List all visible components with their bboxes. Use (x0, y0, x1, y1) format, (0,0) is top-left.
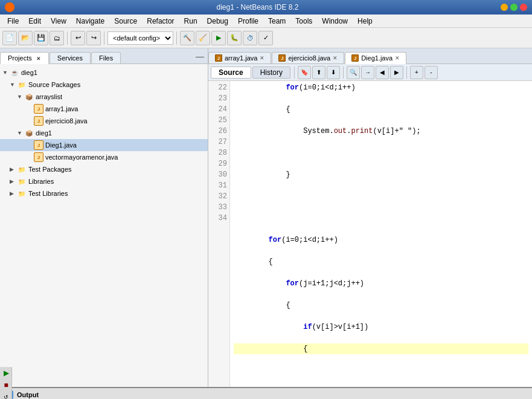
editor-source-toolbar: Source History 🔖 ⬆ ⬇ 🔍 → ◀ ▶ + - (208, 64, 532, 81)
toolbar-sep2 (104, 31, 104, 45)
java-icon: J (215, 54, 222, 62)
test-button[interactable]: ✓ (258, 31, 273, 45)
tree-label: Libraries (28, 178, 54, 185)
tree-item-test-libraries[interactable]: ▶ 📁 Test Libraries (0, 187, 208, 199)
expand-icon: ▶ (10, 178, 17, 184)
tree-label: Test Packages (28, 166, 72, 173)
expand-icon: ▼ (17, 130, 24, 136)
editor-tab-ejercicio8[interactable]: J ejercicio8.java ✕ (272, 52, 344, 63)
toggle-bookmark[interactable]: 🔖 (298, 66, 311, 79)
menu-help[interactable]: Help (353, 16, 377, 27)
tree-item-ejercicio8[interactable]: J ejercicio8.java (0, 115, 208, 127)
run-button[interactable]: ▶ (211, 31, 226, 45)
etb-sep1 (294, 66, 295, 79)
history-tab[interactable]: History (252, 66, 290, 79)
tab-close[interactable]: ✕ (333, 55, 338, 61)
toolbar-sep1 (67, 31, 68, 45)
tab-label: array1.java (225, 54, 257, 62)
tab-close[interactable]: ✕ (260, 55, 264, 61)
menu-navigate[interactable]: Navigate (71, 16, 109, 27)
expand-icon: ▼ (17, 94, 24, 100)
code-area: 22 23 24 25 26 27 28 29 30 31 32 33 34 f… (208, 81, 532, 387)
re-run-btn[interactable]: ↺ (1, 392, 11, 399)
collapse-folds[interactable]: - (425, 66, 438, 79)
search-button[interactable]: 🔍 (347, 66, 360, 79)
java-file-icon: J (34, 104, 43, 114)
menu-run[interactable]: Run (179, 16, 202, 27)
window-title: dieg1 - NetBeans IDE 8.2 (14, 3, 501, 11)
stop-action-btn[interactable]: ■ (1, 380, 11, 390)
expand-folds[interactable]: + (410, 66, 423, 79)
tree-item-source-packages[interactable]: ▼ 📁 Source Packages (0, 79, 208, 91)
close-left-panel[interactable]: — (192, 50, 208, 62)
project-tabs: Projects ✕ Services Files — (0, 48, 208, 64)
tree-item-dieg1-java[interactable]: J Dieg1.java (0, 139, 208, 151)
goto-button[interactable]: → (361, 66, 374, 79)
tree-item-libraries[interactable]: ▶ 📁 Libraries (0, 175, 208, 187)
java-icon: J (351, 54, 359, 62)
java-file-icon: J (34, 152, 43, 162)
tree-item-vectormayoramenor[interactable]: J vectormayoramenor.java (0, 151, 208, 163)
tab-services[interactable]: Services (50, 52, 91, 63)
menu-tools[interactable]: Tools (290, 16, 317, 27)
tree-label: arrayslist (36, 93, 62, 100)
build-button[interactable]: 🔨 (180, 31, 194, 45)
menu-team[interactable]: Team (263, 16, 290, 27)
left-panel: Projects ✕ Services Files — ▼ ☕ dieg1 ▼ … (0, 48, 208, 387)
config-select[interactable]: <default config> (107, 31, 173, 45)
tab-projects[interactable]: Projects ✕ (0, 52, 49, 64)
folder-icon: 📁 (17, 80, 27, 89)
expand-icon: ▶ (10, 166, 17, 172)
prev-bookmark[interactable]: ⬆ (312, 66, 325, 79)
nav-fwd[interactable]: ▶ (390, 66, 403, 79)
toolbar: 📄 📂 💾 🗂 ↩ ↪ <default config> 🔨 🧹 ▶ 🐛 ⏱ ✓ (0, 28, 532, 48)
tab-files[interactable]: Files (91, 52, 121, 63)
source-tab[interactable]: Source (211, 66, 251, 79)
profile-button[interactable]: ⏱ (243, 31, 257, 45)
menu-file[interactable]: File (2, 16, 24, 27)
save-button[interactable]: 💾 (34, 31, 48, 45)
package-icon: 📦 (24, 92, 34, 102)
maximize-button[interactable] (510, 4, 518, 11)
redo-button[interactable]: ↪ (86, 31, 101, 45)
menu-profile[interactable]: Profile (233, 16, 263, 27)
file-tree: ▼ ☕ dieg1 ▼ 📁 Source Packages ▼ 📦 arrays… (0, 64, 208, 387)
toolbar-sep3 (176, 31, 177, 45)
java-file-icon: J (34, 116, 43, 126)
menu-debug[interactable]: Debug (202, 16, 233, 27)
tree-item-arrayslist[interactable]: ▼ 📦 arrayslist (0, 91, 208, 103)
run-action-btn[interactable]: ▶ (1, 368, 11, 378)
debug-button[interactable]: 🐛 (227, 31, 242, 45)
close-button[interactable] (520, 4, 527, 11)
tree-item-dieg1-pkg[interactable]: ▼ 📦 dieg1 (0, 127, 208, 139)
menu-view[interactable]: View (46, 16, 71, 27)
menu-refactor[interactable]: Refactor (142, 16, 179, 27)
tree-item-array1[interactable]: J array1.java (0, 103, 208, 115)
menu-edit[interactable]: Edit (24, 16, 46, 27)
tree-item-dieg1-project[interactable]: ▼ ☕ dieg1 (0, 66, 208, 79)
open-project-button[interactable]: 📂 (18, 31, 33, 45)
menu-window[interactable]: Window (317, 16, 353, 27)
new-project-button[interactable]: 📄 (2, 31, 17, 45)
editor-tab-array1[interactable]: J array1.java ✕ (208, 52, 271, 63)
nav-back[interactable]: ◀ (376, 66, 389, 79)
java-icon: J (278, 54, 286, 62)
tree-label: ejercicio8.java (45, 117, 88, 125)
editor-tab-dieg1[interactable]: J Dieg1.java ✕ (345, 52, 406, 64)
undo-button[interactable]: ↩ (71, 31, 85, 45)
clean-button[interactable]: 🧹 (196, 31, 210, 45)
line-numbers: 22 23 24 25 26 27 28 29 30 31 32 33 34 (208, 81, 230, 387)
titlebar: dieg1 - NetBeans IDE 8.2 (0, 0, 532, 15)
save-all-button[interactable]: 🗂 (50, 31, 64, 45)
output-title: ▶ Output (0, 388, 532, 399)
output-area: ▶ Output ▶ ■ ↺ 📌 Debugger Console ✕ dieg… (0, 387, 532, 399)
code-editor[interactable]: for(i=0;i<d;i++) { System.out.print(v[i]… (230, 81, 532, 387)
tree-item-test-packages[interactable]: ▶ 📁 Test Packages (0, 163, 208, 175)
minimize-button[interactable] (501, 4, 508, 11)
tab-close[interactable]: ✕ (395, 55, 400, 61)
etb-sep2 (343, 66, 344, 79)
output-title-label: Output (17, 391, 39, 398)
menu-source[interactable]: Source (109, 16, 142, 27)
tab-projects-close[interactable]: ✕ (36, 56, 41, 62)
next-bookmark[interactable]: ⬇ (327, 66, 340, 79)
